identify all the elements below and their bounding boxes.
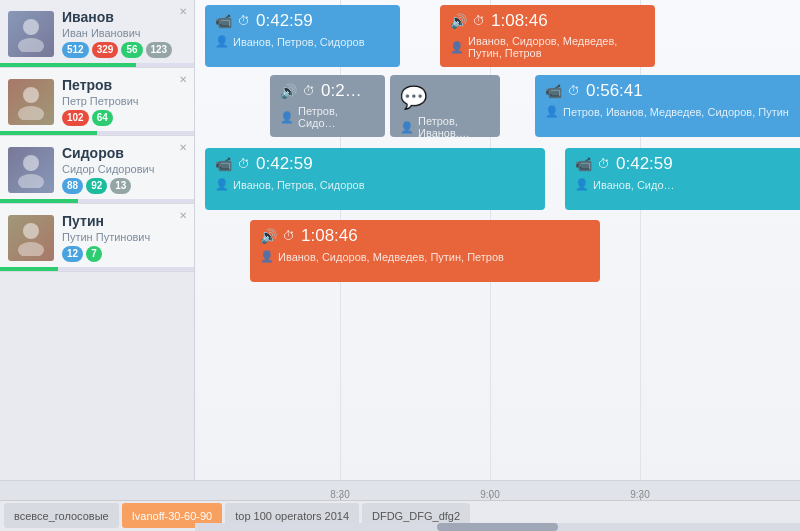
contact-name-petrov: Петров: [62, 77, 186, 94]
contact-info-petrov: ПетровПетр Петрович10264: [62, 77, 186, 126]
grid-line-2: [640, 0, 641, 480]
call-block-cb3[interactable]: 🔊⏱0:2…👤Петров, Сидо…: [270, 75, 385, 137]
timeline-area: 📹⏱0:42:59👤Иванов, Петров, Сидоров🔊⏱1:08:…: [195, 0, 800, 480]
call-duration-cb6: 0:42:59: [256, 154, 313, 174]
person-icon-cb8: 👤: [260, 250, 274, 263]
call-time-cb5: 📹⏱0:56:41: [545, 81, 795, 101]
call-duration-cb3: 0:2…: [321, 81, 362, 101]
call-participants-cb3: 👤Петров, Сидо…: [280, 105, 375, 129]
status-bar-petrov: [0, 131, 194, 135]
badge-orange: 102: [62, 110, 89, 126]
contact-item-ivanov[interactable]: ИвановИван Иванович51232956123✕: [0, 0, 194, 68]
bottom-bar: 8:309:009:30 всевсе_голосовыеIvanoff-30-…: [0, 480, 800, 531]
status-bar-sidorov: [0, 199, 194, 203]
call-participants-cb7: 👤Иванов, Сидо…: [575, 178, 800, 191]
participant-text-cb4: Петров, Иванов,…: [418, 115, 490, 137]
call-participants-cb1: 👤Иванов, Петров, Сидоров: [215, 35, 390, 48]
svg-point-2: [23, 87, 39, 103]
clock-icon-cb3: ⏱: [303, 84, 315, 98]
call-duration-cb1: 0:42:59: [256, 11, 313, 31]
ruler-line-2: [640, 494, 641, 500]
contact-fullname-petrov: Петр Петрович: [62, 95, 186, 107]
participant-text-cb3: Петров, Сидо…: [298, 105, 375, 129]
participant-text-cb1: Иванов, Петров, Сидоров: [233, 36, 364, 48]
badge-gray: 123: [146, 42, 173, 58]
contact-close-petrov[interactable]: ✕: [176, 72, 190, 86]
avatar-ivanov: [8, 11, 54, 57]
call-time-cb6: 📹⏱0:42:59: [215, 154, 535, 174]
call-block-cb1[interactable]: 📹⏱0:42:59👤Иванов, Петров, Сидоров: [205, 5, 400, 67]
scroll-thumb[interactable]: [437, 523, 558, 531]
badge-green: 64: [92, 110, 113, 126]
call-time-cb7: 📹⏱0:42:59: [575, 154, 800, 174]
contact-fullname-putin: Путин Путинович: [62, 231, 186, 243]
svg-point-5: [18, 174, 44, 188]
person-icon-cb4: 👤: [400, 121, 414, 134]
call-type-icon-cb8: 🔊: [260, 228, 277, 244]
chat-icon-cb4: 💬: [400, 81, 490, 111]
contact-badges-petrov: 10264: [62, 110, 186, 126]
tab-all[interactable]: всевсе_голосовые: [4, 503, 119, 528]
svg-point-6: [23, 223, 39, 239]
participant-text-cb6: Иванов, Петров, Сидоров: [233, 179, 364, 191]
svg-point-3: [18, 106, 44, 120]
person-icon-cb7: 👤: [575, 178, 589, 191]
person-icon-cb1: 👤: [215, 35, 229, 48]
contact-item-sidorov[interactable]: СидоровСидор Сидорович889213✕: [0, 136, 194, 204]
call-participants-cb8: 👤Иванов, Сидоров, Медведев, Путин, Петро…: [260, 250, 590, 263]
call-time-cb2: 🔊⏱1:08:46: [450, 11, 645, 31]
contact-item-petrov[interactable]: ПетровПетр Петрович10264✕: [0, 68, 194, 136]
person-icon-cb5: 👤: [545, 105, 559, 118]
ruler-line-1: [490, 494, 491, 500]
badge-blue: 512: [62, 42, 89, 58]
call-time-cb8: 🔊⏱1:08:46: [260, 226, 590, 246]
badge-green: 7: [86, 246, 102, 262]
avatar-putin: [8, 215, 54, 261]
person-icon-cb6: 👤: [215, 178, 229, 191]
contact-sidebar: ИвановИван Иванович51232956123✕ ПетровПе…: [0, 0, 195, 480]
scroll-track[interactable]: [195, 523, 800, 531]
contact-item-putin[interactable]: ПутинПутин Путинович127✕: [0, 204, 194, 272]
clock-icon-cb2: ⏱: [473, 14, 485, 28]
contact-fullname-sidorov: Сидор Сидорович: [62, 163, 186, 175]
call-type-icon-cb7: 📹: [575, 156, 592, 172]
contact-info-ivanov: ИвановИван Иванович51232956123: [62, 9, 186, 58]
participant-text-cb2: Иванов, Сидоров, Медведев, Путин, Петров: [468, 35, 645, 59]
contact-badges-sidorov: 889213: [62, 178, 186, 194]
contact-info-sidorov: СидоровСидор Сидорович889213: [62, 145, 186, 194]
call-block-cb6[interactable]: 📹⏱0:42:59👤Иванов, Петров, Сидоров: [205, 148, 545, 210]
call-type-icon-cb3: 🔊: [280, 83, 297, 99]
call-block-cb4[interactable]: 💬👤Петров, Иванов,…: [390, 75, 500, 137]
badge-blue: 88: [62, 178, 83, 194]
call-block-cb2[interactable]: 🔊⏱1:08:46👤Иванов, Сидоров, Медведев, Пут…: [440, 5, 655, 67]
contact-fullname-ivanov: Иван Иванович: [62, 27, 186, 39]
participant-text-cb8: Иванов, Сидоров, Медведев, Путин, Петров: [278, 251, 504, 263]
participant-text-cb5: Петров, Иванов, Медведев, Сидоров, Путин: [563, 106, 789, 118]
call-duration-cb7: 0:42:59: [616, 154, 673, 174]
call-participants-cb5: 👤Петров, Иванов, Медведев, Сидоров, Пути…: [545, 105, 795, 118]
call-duration-cb8: 1:08:46: [301, 226, 358, 246]
badge-orange: 329: [92, 42, 119, 58]
svg-point-7: [18, 242, 44, 256]
call-block-cb8[interactable]: 🔊⏱1:08:46👤Иванов, Сидоров, Медведев, Пут…: [250, 220, 600, 282]
call-type-icon-cb5: 📹: [545, 83, 562, 99]
contact-close-ivanov[interactable]: ✕: [176, 4, 190, 18]
call-duration-cb2: 1:08:46: [491, 11, 548, 31]
contact-close-sidorov[interactable]: ✕: [176, 140, 190, 154]
contact-close-putin[interactable]: ✕: [176, 208, 190, 222]
call-block-cb7[interactable]: 📹⏱0:42:59👤Иванов, Сидо…: [565, 148, 800, 210]
svg-point-1: [18, 38, 44, 52]
call-time-cb3: 🔊⏱0:2…: [280, 81, 375, 101]
clock-icon-cb8: ⏱: [283, 229, 295, 243]
call-participants-cb6: 👤Иванов, Петров, Сидоров: [215, 178, 535, 191]
call-time-cb1: 📹⏱0:42:59: [215, 11, 390, 31]
contact-badges-ivanov: 51232956123: [62, 42, 186, 58]
svg-point-0: [23, 19, 39, 35]
person-icon-cb3: 👤: [280, 111, 294, 124]
call-duration-cb5: 0:56:41: [586, 81, 643, 101]
person-icon-cb2: 👤: [450, 41, 464, 54]
call-participants-cb4: 👤Петров, Иванов,…: [400, 115, 490, 137]
status-bar-ivanov: [0, 63, 194, 67]
ruler-line-0: [340, 494, 341, 500]
call-block-cb5[interactable]: 📹⏱0:56:41👤Петров, Иванов, Медведев, Сидо…: [535, 75, 800, 137]
